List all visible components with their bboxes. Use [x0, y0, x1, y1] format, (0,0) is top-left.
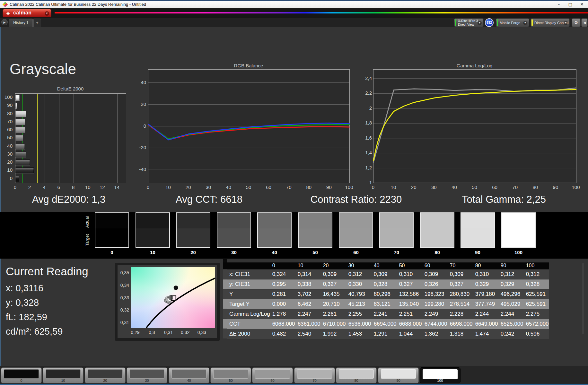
table-cell: 16,435 — [321, 289, 346, 299]
axis-tick-label: 60 — [262, 184, 276, 190]
column-header: 80 — [473, 262, 498, 269]
meter-mode: Direct View — [458, 23, 474, 26]
table-cell: 1,044 — [397, 329, 422, 339]
gear-icon: ⚙ — [574, 20, 578, 25]
table-cell: 0,310 — [473, 269, 498, 279]
table-cell: 40,793 — [346, 289, 372, 299]
calman-logo-icon: ◈ — [6, 10, 10, 16]
table-gutter — [223, 329, 227, 339]
grayscale-patch-button[interactable]: 30 — [127, 367, 167, 383]
patch-swatch — [46, 369, 81, 379]
axis-tick-label: 40 — [447, 184, 461, 190]
pattern-bar: ▲ ■ ■ ▶ [∙] ∞ ↻ « Back Next » 0102030405… — [0, 366, 588, 385]
grayscale-patch-button[interactable]: 50 — [210, 367, 251, 383]
axis-tick-label: -40 — [139, 167, 146, 172]
axis-tick-label: 6 — [52, 184, 66, 190]
settings-button[interactable]: ⚙ — [572, 18, 581, 27]
swatch-target — [217, 228, 250, 247]
patch-level-label: 30 — [127, 379, 167, 382]
deltae-bar — [15, 167, 34, 174]
grayscale-swatch — [339, 212, 373, 248]
swatch-actual — [502, 213, 535, 228]
axis-tick-label: 90 — [322, 184, 336, 190]
grayscale-patch-button[interactable]: 100 — [420, 367, 461, 383]
table-cell: 132,586 — [397, 289, 422, 299]
grayscale-patch-button[interactable]: 60 — [252, 367, 293, 383]
swatch-actual — [421, 213, 454, 228]
axis-tick-label: 2 — [369, 105, 372, 111]
tab-scroll-button[interactable]: ▶ — [1, 19, 8, 25]
table-cell: 0,326 — [422, 279, 448, 289]
window-title: Calman 2022 Calman Ultimate for Business… — [10, 2, 146, 7]
gridline — [117, 94, 118, 183]
column-header: 60 — [422, 262, 448, 269]
swatch-target — [95, 228, 128, 247]
axis-tick-label: -20 — [139, 145, 146, 150]
measurement-table: 0102030405060708090100x: CIE310,3240,314… — [223, 262, 549, 339]
bad-threshold — [88, 94, 88, 183]
row-label: Target Y — [227, 299, 270, 309]
gridline — [74, 94, 74, 183]
patch-swatch — [297, 369, 332, 379]
table-row: Gamma Log/Log1,2782,2472,2612,2552,2412,… — [223, 309, 549, 319]
table-cell: 0,329 — [498, 279, 524, 289]
axis-tick-label: 10 — [81, 184, 95, 190]
swatch-actual — [95, 213, 128, 228]
swatch-level-label: 20 — [176, 250, 210, 255]
axis-tick-label: 50 — [241, 184, 256, 190]
display-control-dropdown[interactable]: Direct Display Control ▼ — [531, 18, 570, 27]
grayscale-patch-button[interactable]: 90 — [378, 367, 419, 383]
table-cell: 0,328 — [524, 279, 549, 289]
avg-de2000-readout: Avg dE2000: 1,3 — [1, 194, 136, 205]
cie-locus — [146, 278, 215, 328]
axis-tick-label: 60 — [488, 184, 502, 190]
table-cell: 2,261 — [321, 309, 346, 319]
meter-select-dropdown[interactable]: X-Rite i1Pro 3 Direct View ▼ — [454, 18, 484, 27]
category-label: 70 — [7, 118, 13, 124]
row-label: x: CIE31 — [227, 269, 270, 279]
add-tab-button[interactable]: + — [33, 19, 41, 27]
grayscale-patch-button[interactable]: 20 — [85, 367, 126, 383]
collapse-panel-button[interactable]: ◀ — [581, 18, 588, 27]
table-cell: 1,318 — [448, 329, 473, 339]
rgb-balance-chart-title: RGB Balance — [148, 63, 349, 68]
table-cell: 2,241 — [372, 309, 397, 319]
swatch-level-label: 80 — [420, 250, 454, 255]
axis-tick-label: 14 — [110, 184, 124, 190]
patch-swatch — [339, 369, 374, 379]
grayscale-patch-button[interactable]: 10 — [43, 367, 83, 383]
grayscale-patch-button[interactable]: 80 — [336, 367, 377, 383]
patch-level-label: 10 — [43, 379, 83, 382]
minimize-button[interactable]: – — [553, 1, 565, 8]
table-cell: 199,280 — [422, 299, 448, 309]
grayscale-swatch-strip: Actual Target 0102030405060708090100 — [0, 212, 588, 259]
table-cell: 6688,000 — [397, 319, 422, 329]
table-cell: 0,295 — [270, 279, 295, 289]
calman-menu-button[interactable]: ◈ calman ▼ — [3, 9, 51, 17]
table-scrollbar[interactable] — [582, 263, 584, 334]
table-cell: 0,330 — [346, 279, 372, 289]
grayscale-patch-button[interactable]: 70 — [294, 367, 335, 383]
grayscale-patch-button[interactable]: 40 — [169, 367, 209, 383]
category-label: 90 — [7, 102, 13, 108]
maximize-button[interactable]: □ — [565, 1, 576, 8]
axis-tick-label: 40 — [141, 80, 146, 85]
grayscale-swatch — [257, 212, 292, 248]
axis-tick-label: 50 — [468, 184, 482, 190]
axis-tick-label: 20 — [181, 184, 195, 190]
source-name: Mobile Forge — [500, 21, 520, 25]
table-gutter — [223, 309, 227, 319]
table-cell: 0,596 — [524, 329, 549, 339]
deltae-bar — [15, 176, 19, 182]
grayscale-patch-button[interactable]: 0 — [1, 367, 42, 383]
patch-swatch — [213, 369, 248, 379]
tab-history-1[interactable]: History 1 — [9, 19, 33, 27]
source-select-dropdown[interactable]: Mobile Forge ▼ — [496, 18, 529, 27]
close-button[interactable]: ✕ — [576, 1, 588, 8]
table-cell: 0,310 — [397, 269, 422, 279]
current-reading-title: Current Reading — [6, 265, 88, 278]
grayscale-swatch — [298, 212, 332, 248]
patch-swatch — [423, 369, 458, 379]
table-cell: 625,591 — [524, 289, 549, 299]
swatch-target — [258, 228, 291, 247]
